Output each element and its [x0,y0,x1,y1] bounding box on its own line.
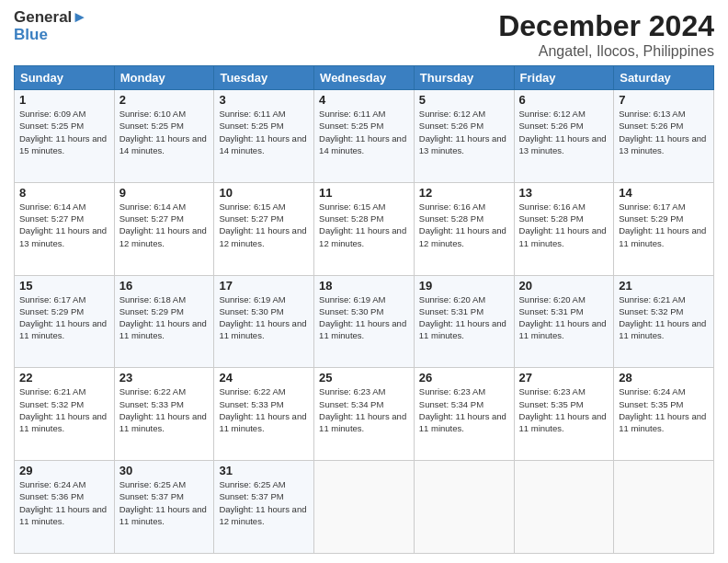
day-number: 16 [119,279,210,293]
day-number: 30 [119,464,210,477]
table-row: 26 Sunrise: 6:23 AM Sunset: 5:34 PM Dayl… [414,368,514,461]
page: General► Blue December 2024 Angatel, Ilo… [0,0,728,563]
day-info: Sunrise: 6:14 AM Sunset: 5:27 PM Dayligh… [119,201,210,249]
table-row: 21 Sunrise: 6:21 AM Sunset: 5:32 PM Dayl… [614,275,714,368]
day-info: Sunrise: 6:23 AM Sunset: 5:34 PM Dayligh… [319,385,409,434]
table-row: 31 Sunrise: 6:25 AM Sunset: 5:37 PM Dayl… [214,461,314,554]
logo: General► Blue [14,9,87,43]
day-info: Sunrise: 6:21 AM Sunset: 5:32 PM Dayligh… [619,293,709,342]
day-info: Sunrise: 6:09 AM Sunset: 5:25 PM Dayligh… [19,108,109,156]
table-row: 27 Sunrise: 6:23 AM Sunset: 5:35 PM Dayl… [514,368,614,461]
table-row: 20 Sunrise: 6:20 AM Sunset: 5:31 PM Dayl… [514,275,614,368]
table-row: 29 Sunrise: 6:24 AM Sunset: 5:36 PM Dayl… [15,461,115,554]
table-row [514,461,614,554]
table-row: 16 Sunrise: 6:18 AM Sunset: 5:29 PM Dayl… [114,275,214,368]
table-row: 8 Sunrise: 6:14 AM Sunset: 5:27 PM Dayli… [15,182,115,275]
day-number: 28 [619,371,709,385]
table-row [314,461,415,554]
day-info: Sunrise: 6:15 AM Sunset: 5:28 PM Dayligh… [319,201,409,249]
location-subtitle: Angatel, Ilocos, Philippines [498,43,714,60]
table-row: 17 Sunrise: 6:19 AM Sunset: 5:30 PM Dayl… [214,275,314,368]
day-number: 27 [519,371,609,385]
day-number: 15 [19,279,109,293]
day-number: 5 [419,93,509,107]
day-info: Sunrise: 6:19 AM Sunset: 5:30 PM Dayligh… [319,293,409,342]
day-number: 6 [519,93,609,107]
day-info: Sunrise: 6:11 AM Sunset: 5:25 PM Dayligh… [319,108,409,156]
table-row: 23 Sunrise: 6:22 AM Sunset: 5:33 PM Dayl… [114,368,214,461]
day-number: 25 [319,371,409,385]
day-info: Sunrise: 6:25 AM Sunset: 5:37 PM Dayligh… [119,478,210,527]
table-row: 4 Sunrise: 6:11 AM Sunset: 5:25 PM Dayli… [314,90,415,183]
day-info: Sunrise: 6:18 AM Sunset: 5:29 PM Dayligh… [119,293,210,342]
day-info: Sunrise: 6:23 AM Sunset: 5:34 PM Dayligh… [419,385,509,434]
table-row: 18 Sunrise: 6:19 AM Sunset: 5:30 PM Dayl… [314,275,415,368]
day-number: 12 [419,186,509,200]
day-number: 31 [219,464,309,477]
day-number: 4 [319,93,409,107]
day-info: Sunrise: 6:22 AM Sunset: 5:33 PM Dayligh… [119,385,210,434]
day-info: Sunrise: 6:13 AM Sunset: 5:26 PM Dayligh… [619,108,709,156]
day-info: Sunrise: 6:20 AM Sunset: 5:31 PM Dayligh… [519,293,609,342]
day-info: Sunrise: 6:17 AM Sunset: 5:29 PM Dayligh… [19,293,109,342]
title-block: December 2024 Angatel, Ilocos, Philippin… [498,9,714,60]
month-title: December 2024 [498,9,714,43]
day-info: Sunrise: 6:21 AM Sunset: 5:32 PM Dayligh… [19,385,109,434]
day-number: 7 [619,93,709,107]
day-number: 29 [19,464,109,477]
calendar-week-row: 8 Sunrise: 6:14 AM Sunset: 5:27 PM Dayli… [15,182,714,275]
table-row: 30 Sunrise: 6:25 AM Sunset: 5:37 PM Dayl… [114,461,214,554]
day-number: 2 [119,93,210,107]
table-row: 25 Sunrise: 6:23 AM Sunset: 5:34 PM Dayl… [314,368,415,461]
day-info: Sunrise: 6:24 AM Sunset: 5:35 PM Dayligh… [619,385,709,434]
calendar-week-row: 1 Sunrise: 6:09 AM Sunset: 5:25 PM Dayli… [15,90,714,183]
col-saturday: Saturday [614,66,714,90]
col-sunday: Sunday [15,66,115,90]
day-info: Sunrise: 6:16 AM Sunset: 5:28 PM Dayligh… [419,201,509,249]
day-info: Sunrise: 6:17 AM Sunset: 5:29 PM Dayligh… [619,201,709,249]
day-info: Sunrise: 6:25 AM Sunset: 5:37 PM Dayligh… [219,478,309,527]
table-row: 5 Sunrise: 6:12 AM Sunset: 5:26 PM Dayli… [414,90,514,183]
table-row: 3 Sunrise: 6:11 AM Sunset: 5:25 PM Dayli… [214,90,314,183]
day-info: Sunrise: 6:12 AM Sunset: 5:26 PM Dayligh… [519,108,609,156]
calendar-week-row: 29 Sunrise: 6:24 AM Sunset: 5:36 PM Dayl… [15,461,714,554]
table-row: 11 Sunrise: 6:15 AM Sunset: 5:28 PM Dayl… [314,182,415,275]
day-info: Sunrise: 6:15 AM Sunset: 5:27 PM Dayligh… [219,201,309,249]
col-tuesday: Tuesday [214,66,314,90]
day-number: 22 [19,371,109,385]
col-thursday: Thursday [414,66,514,90]
table-row: 19 Sunrise: 6:20 AM Sunset: 5:31 PM Dayl… [414,275,514,368]
col-friday: Friday [514,66,614,90]
day-number: 1 [19,93,109,107]
day-info: Sunrise: 6:11 AM Sunset: 5:25 PM Dayligh… [219,108,309,156]
day-number: 13 [519,186,609,200]
table-row: 12 Sunrise: 6:16 AM Sunset: 5:28 PM Dayl… [414,182,514,275]
day-info: Sunrise: 6:24 AM Sunset: 5:36 PM Dayligh… [19,478,109,527]
col-monday: Monday [114,66,214,90]
day-number: 8 [19,186,109,200]
day-number: 20 [519,279,609,293]
table-row: 9 Sunrise: 6:14 AM Sunset: 5:27 PM Dayli… [114,182,214,275]
calendar-week-row: 22 Sunrise: 6:21 AM Sunset: 5:32 PM Dayl… [15,368,714,461]
day-info: Sunrise: 6:19 AM Sunset: 5:30 PM Dayligh… [219,293,309,342]
table-row: 2 Sunrise: 6:10 AM Sunset: 5:25 PM Dayli… [114,90,214,183]
calendar-table: Sunday Monday Tuesday Wednesday Thursday… [14,65,714,554]
day-number: 9 [119,186,210,200]
day-info: Sunrise: 6:23 AM Sunset: 5:35 PM Dayligh… [519,385,609,434]
day-info: Sunrise: 6:22 AM Sunset: 5:33 PM Dayligh… [219,385,309,434]
table-row: 22 Sunrise: 6:21 AM Sunset: 5:32 PM Dayl… [15,368,115,461]
day-info: Sunrise: 6:14 AM Sunset: 5:27 PM Dayligh… [19,201,109,249]
table-row: 24 Sunrise: 6:22 AM Sunset: 5:33 PM Dayl… [214,368,314,461]
table-row: 10 Sunrise: 6:15 AM Sunset: 5:27 PM Dayl… [214,182,314,275]
day-number: 18 [319,279,409,293]
day-number: 23 [119,371,210,385]
table-row: 14 Sunrise: 6:17 AM Sunset: 5:29 PM Dayl… [614,182,714,275]
day-number: 21 [619,279,709,293]
day-info: Sunrise: 6:20 AM Sunset: 5:31 PM Dayligh… [419,293,509,342]
day-number: 19 [419,279,509,293]
day-number: 14 [619,186,709,200]
table-row [414,461,514,554]
day-number: 10 [219,186,309,200]
table-row: 7 Sunrise: 6:13 AM Sunset: 5:26 PM Dayli… [614,90,714,183]
calendar-week-row: 15 Sunrise: 6:17 AM Sunset: 5:29 PM Dayl… [15,275,714,368]
